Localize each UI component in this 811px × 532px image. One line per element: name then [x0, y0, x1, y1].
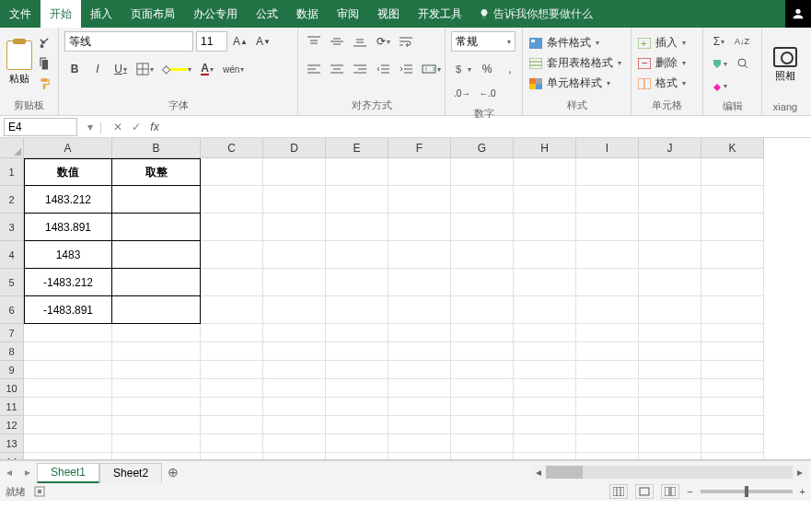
- row-header-5[interactable]: 5: [0, 269, 24, 296]
- spreadsheet-grid[interactable]: ABCDEFGHIJK 123456789101112131415 数值取整14…: [0, 138, 811, 460]
- cell-G5[interactable]: [451, 269, 514, 296]
- cell-G7[interactable]: [451, 324, 514, 342]
- cell-A6[interactable]: -1483.891: [24, 296, 112, 324]
- cell-C12[interactable]: [201, 416, 263, 434]
- cell-H14[interactable]: [514, 453, 576, 460]
- cell-F14[interactable]: [388, 453, 451, 460]
- scroll-thumb[interactable]: [546, 466, 583, 479]
- cell-A11[interactable]: [24, 398, 112, 416]
- menu-视图[interactable]: 视图: [368, 0, 409, 28]
- cell-G4[interactable]: [451, 241, 514, 269]
- cell-E14[interactable]: [326, 453, 388, 460]
- menu-文件[interactable]: 文件: [0, 0, 41, 28]
- cell-A7[interactable]: [24, 324, 112, 342]
- bold-button[interactable]: B: [64, 59, 85, 79]
- cell-G11[interactable]: [451, 398, 514, 416]
- cell-D10[interactable]: [263, 379, 326, 398]
- italic-button[interactable]: I: [87, 59, 108, 79]
- menu-公式[interactable]: 公式: [247, 0, 287, 28]
- cell-G9[interactable]: [451, 361, 514, 379]
- cell-K2[interactable]: [701, 186, 764, 214]
- clear-button[interactable]: ▾: [709, 75, 730, 96]
- cell-K6[interactable]: [701, 296, 764, 324]
- cell-C5[interactable]: [201, 269, 263, 296]
- borders-button[interactable]: ▾: [133, 59, 156, 79]
- cell-A8[interactable]: [24, 342, 112, 361]
- cell-C2[interactable]: [201, 186, 263, 214]
- cell-B8[interactable]: [112, 342, 201, 361]
- cell-G3[interactable]: [451, 214, 514, 241]
- cell-E6[interactable]: [326, 296, 388, 324]
- cell-E7[interactable]: [326, 324, 388, 342]
- cell-H11[interactable]: [514, 398, 576, 416]
- cell-C4[interactable]: [201, 241, 263, 269]
- cell-A5[interactable]: -1483.212: [24, 269, 112, 296]
- cell-F13[interactable]: [388, 434, 451, 453]
- scroll-left-button[interactable]: ◂: [531, 466, 546, 479]
- autosum-button[interactable]: Σ▾: [709, 31, 729, 52]
- cell-D8[interactable]: [263, 342, 326, 361]
- wrap-text-button[interactable]: [396, 31, 416, 52]
- cell-I9[interactable]: [576, 361, 639, 379]
- orientation-button[interactable]: ⟳▾: [373, 31, 393, 52]
- menu-数据[interactable]: 数据: [287, 0, 328, 28]
- cell-B11[interactable]: [112, 398, 201, 416]
- cell-B14[interactable]: [112, 453, 201, 460]
- cell-F3[interactable]: [388, 214, 451, 241]
- col-header-C[interactable]: C: [201, 138, 263, 158]
- underline-button[interactable]: U▾: [110, 59, 131, 79]
- percent-button[interactable]: %: [477, 59, 497, 79]
- cell-G8[interactable]: [451, 342, 514, 361]
- sheet-tab-Sheet2[interactable]: Sheet2: [99, 463, 162, 483]
- increase-indent-button[interactable]: [396, 59, 416, 79]
- row-header-9[interactable]: 9: [0, 361, 24, 379]
- format-as-table-button[interactable]: 套用表格格式▾: [528, 54, 621, 73]
- cell-H8[interactable]: [514, 342, 576, 361]
- menu-开发工具[interactable]: 开发工具: [409, 0, 471, 28]
- cell-D1[interactable]: [263, 158, 326, 186]
- cell-C1[interactable]: [201, 158, 263, 186]
- align-top-button[interactable]: [304, 31, 324, 52]
- decrease-font-button[interactable]: A▼: [253, 31, 273, 52]
- col-header-G[interactable]: G: [451, 138, 514, 158]
- row-header-11[interactable]: 11: [0, 398, 24, 416]
- row-header-10[interactable]: 10: [0, 379, 24, 398]
- cancel-formula-button[interactable]: ✕: [109, 121, 127, 133]
- menu-插入[interactable]: 插入: [81, 0, 122, 28]
- cell-G10[interactable]: [451, 379, 514, 398]
- cell-A10[interactable]: [24, 379, 112, 398]
- cell-I1[interactable]: [576, 158, 639, 186]
- cell-G6[interactable]: [451, 296, 514, 324]
- cell-D14[interactable]: [263, 453, 326, 460]
- cell-F11[interactable]: [388, 398, 451, 416]
- cell-K7[interactable]: [701, 324, 764, 342]
- enter-formula-button[interactable]: ✓: [127, 121, 145, 133]
- cell-B12[interactable]: [112, 416, 201, 434]
- cell-H9[interactable]: [514, 361, 576, 379]
- cell-F8[interactable]: [388, 342, 451, 361]
- cell-C13[interactable]: [201, 434, 263, 453]
- cell-K14[interactable]: [701, 453, 764, 460]
- cell-H3[interactable]: [514, 214, 576, 241]
- formula-input[interactable]: [164, 118, 811, 136]
- cell-C11[interactable]: [201, 398, 263, 416]
- cell-H12[interactable]: [514, 416, 576, 434]
- comma-button[interactable]: ,: [500, 59, 520, 79]
- cell-K3[interactable]: [701, 214, 764, 241]
- cell-J7[interactable]: [639, 324, 701, 342]
- paste-button[interactable]: 粘贴: [6, 32, 32, 95]
- align-center-button[interactable]: [327, 59, 347, 79]
- select-all-corner[interactable]: [0, 138, 24, 158]
- cell-styles-button[interactable]: 单元格样式▾: [528, 75, 621, 93]
- cell-A3[interactable]: 1483.891: [24, 214, 112, 241]
- cell-J8[interactable]: [639, 342, 701, 361]
- cell-H4[interactable]: [514, 241, 576, 269]
- cell-J1[interactable]: [639, 158, 701, 186]
- cell-D11[interactable]: [263, 398, 326, 416]
- decrease-decimal-button[interactable]: ←.0: [476, 83, 498, 103]
- align-right-button[interactable]: [350, 59, 370, 79]
- cell-F5[interactable]: [388, 269, 451, 296]
- cell-F7[interactable]: [388, 324, 451, 342]
- increase-font-button[interactable]: A▲: [230, 31, 250, 52]
- page-layout-view-button[interactable]: [635, 484, 654, 499]
